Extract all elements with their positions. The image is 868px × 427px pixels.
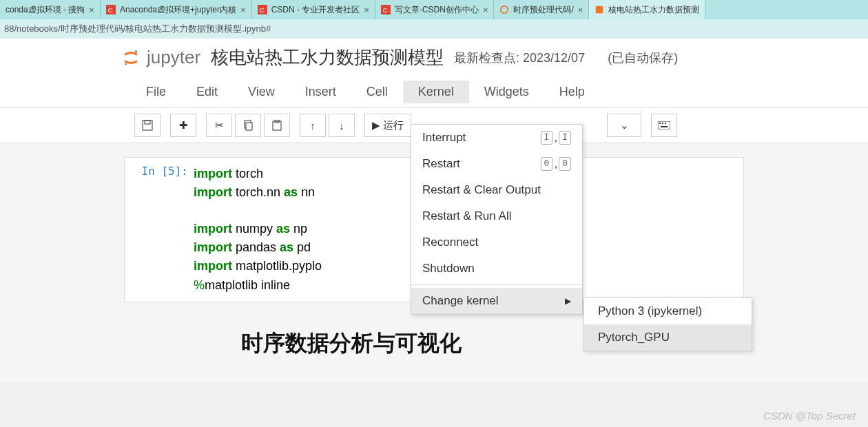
jupyter-icon	[121, 48, 141, 68]
move-down-button[interactable]: ↓	[329, 114, 355, 137]
svg-rect-10	[143, 121, 152, 130]
kernel-interrupt-item[interactable]: Interrupt I,I	[411, 125, 582, 151]
close-icon[interactable]: ×	[89, 5, 94, 15]
kernel-restart-clear-item[interactable]: Restart & Clear Output	[411, 177, 582, 203]
paste-button[interactable]	[264, 114, 290, 137]
svg-point-6	[501, 6, 508, 14]
shortcut: I,I	[541, 131, 571, 145]
url-text: 88/notebooks/时序预处理代码/核电站热工水力数据预测模型.ipynb…	[4, 23, 271, 35]
menu-kernel[interactable]: Kernel	[403, 81, 469, 103]
save-button[interactable]	[134, 114, 161, 137]
close-icon[interactable]: ×	[240, 5, 246, 15]
arrow-up-icon: ↑	[310, 120, 316, 132]
tab-title: conda虚拟环境 - 搜狗	[6, 4, 85, 16]
menu-help[interactable]: Help	[544, 81, 600, 103]
tab-title: 时序预处理代码/	[513, 4, 573, 16]
menu-insert[interactable]: Insert	[290, 81, 351, 103]
kernel-dropdown-menu: Interrupt I,I Restart 0,0 Restart & Clea…	[411, 124, 583, 315]
svg-rect-11	[145, 121, 150, 124]
kernel-restart-run-item[interactable]: Restart & Run All	[411, 203, 582, 229]
browser-tab[interactable]: C CSDN - 专业开发者社区 ×	[252, 0, 375, 19]
cell-prompt: In [5]:	[125, 158, 194, 302]
notebook-header: jupyter 核电站热工水力数据预测模型 最新检查点: 2023/12/07 …	[0, 39, 868, 76]
browser-tab[interactable]: C 写文章-CSDN创作中心 ×	[375, 0, 495, 19]
kernel-change-kernel-item[interactable]: Change kernel ▶	[411, 288, 582, 314]
copy-icon	[242, 120, 254, 131]
save-icon	[142, 120, 153, 131]
watermark: CSDN @Top Secret	[763, 410, 856, 421]
scissors-icon: ✂	[215, 119, 224, 132]
plus-icon: ✚	[179, 119, 188, 132]
csdn-icon: C	[258, 5, 267, 14]
address-bar[interactable]: 88/notebooks/时序预处理代码/核电站热工水力数据预测模型.ipynb…	[0, 19, 868, 39]
browser-tab-active[interactable]: 核电站热工水力数据预测	[589, 0, 705, 19]
menu-file[interactable]: File	[131, 81, 181, 103]
item-label: Change kernel	[422, 294, 499, 308]
svg-point-9	[125, 63, 127, 65]
tab-title: 核电站热工水力数据预测	[608, 4, 699, 16]
notebook-title[interactable]: 核电站热工水力数据预测模型	[211, 45, 444, 70]
svg-rect-17	[659, 123, 661, 124]
kernel-option-pytorch-gpu[interactable]: Pytorch_GPU	[584, 324, 752, 351]
browser-tab-strip: conda虚拟环境 - 搜狗 × C Anaconda虚拟环境+jupyter内…	[0, 0, 868, 19]
svg-rect-13	[246, 123, 252, 130]
change-kernel-submenu: Python 3 (ipykernel) Pytorch_GPU	[583, 298, 752, 351]
svg-text:C: C	[259, 6, 264, 14]
menu-view[interactable]: View	[233, 81, 290, 103]
item-label: Restart	[422, 157, 460, 171]
cut-button[interactable]: ✂	[206, 114, 232, 137]
csdn-icon: C	[106, 5, 116, 14]
run-label: 运行	[383, 119, 404, 132]
tab-title: Anaconda虚拟环境+jupyter内核	[120, 4, 236, 16]
command-palette-button[interactable]	[651, 114, 677, 137]
close-icon[interactable]: ×	[578, 5, 583, 15]
csdn-icon: C	[381, 5, 391, 14]
copy-button[interactable]	[235, 114, 261, 137]
jupyter-logo[interactable]: jupyter	[121, 47, 200, 68]
close-icon[interactable]: ×	[483, 5, 488, 15]
item-label: Interrupt	[422, 131, 466, 145]
browser-tab[interactable]: conda虚拟环境 - 搜狗 ×	[0, 0, 101, 19]
browser-tab[interactable]: 时序预处理代码/ ×	[494, 0, 589, 19]
svg-text:C: C	[108, 6, 113, 14]
cell-code[interactable]: import torch import torch.nn as nn impor…	[194, 158, 322, 302]
kernel-shutdown-item[interactable]: Shutdown	[411, 256, 582, 282]
menubar: File Edit View Insert Cell Kernel Widget…	[0, 76, 868, 108]
move-up-button[interactable]: ↑	[300, 114, 326, 137]
tab-title: 写文章-CSDN创作中心	[395, 4, 479, 16]
item-label: Shutdown	[422, 262, 475, 275]
svg-text:C: C	[383, 6, 388, 14]
checkpoint-text: 最新检查点: 2023/12/07	[454, 50, 585, 66]
markdown-heading: 时序数据分析与可视化	[241, 329, 868, 359]
kernel-option-python3[interactable]: Python 3 (ipykernel)	[584, 298, 752, 324]
jupyter-icon	[499, 5, 509, 14]
svg-point-8	[135, 50, 138, 53]
celltype-dropdown[interactable]: ⌄	[607, 114, 641, 137]
play-icon: ▶	[372, 119, 380, 132]
item-label: Restart & Run All	[422, 209, 511, 223]
menu-edit[interactable]: Edit	[181, 81, 233, 103]
keyboard-icon	[658, 121, 670, 129]
menu-separator	[411, 284, 582, 285]
svg-rect-7	[596, 6, 603, 14]
add-cell-button[interactable]: ✚	[170, 114, 196, 137]
paste-icon	[271, 120, 282, 131]
close-icon[interactable]: ×	[364, 5, 369, 15]
chevron-down-icon: ⌄	[620, 119, 629, 132]
kernel-reconnect-item[interactable]: Reconnect	[411, 229, 582, 256]
item-label: Reconnect	[422, 236, 478, 249]
logo-text: jupyter	[147, 47, 200, 68]
notebook-icon	[595, 5, 604, 14]
tab-title: CSDN - 专业开发者社区	[271, 4, 360, 16]
submenu-arrow-icon: ▶	[565, 296, 571, 306]
kernel-restart-item[interactable]: Restart 0,0	[411, 151, 582, 177]
menu-widgets[interactable]: Widgets	[469, 81, 544, 103]
svg-rect-19	[665, 123, 666, 124]
menu-cell[interactable]: Cell	[351, 81, 403, 103]
shortcut: 0,0	[541, 157, 571, 171]
arrow-down-icon: ↓	[339, 120, 344, 132]
browser-tab[interactable]: C Anaconda虚拟环境+jupyter内核 ×	[101, 0, 252, 19]
item-label: Restart & Clear Output	[422, 183, 541, 197]
autosave-text: (已自动保存)	[608, 50, 678, 66]
run-button[interactable]: ▶运行	[364, 114, 411, 137]
